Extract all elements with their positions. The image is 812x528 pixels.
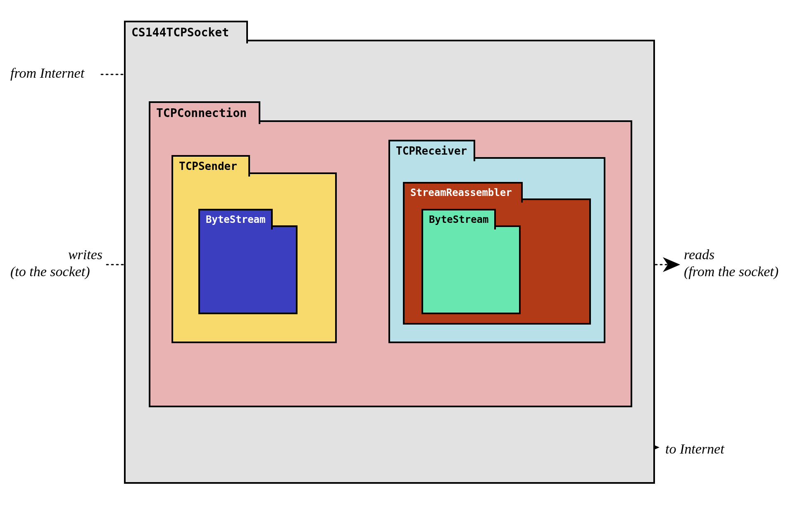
label-from-internet: from Internet xyxy=(10,65,84,81)
label-reads-sub: (from the socket) xyxy=(684,264,779,280)
label-writes-sub: (to the socket) xyxy=(10,264,90,280)
label-writes: writes xyxy=(53,247,102,263)
label-to-internet: to Internet xyxy=(665,441,724,457)
title-reassembler: StreamReassembler xyxy=(410,187,512,198)
label-reads: reads xyxy=(684,247,714,263)
title-sender: TCPSender xyxy=(179,160,237,172)
title-connection: TCPConnection xyxy=(156,106,247,120)
title-receiver: TCPReceiver xyxy=(396,145,467,157)
title-socket: CS144TCPSocket xyxy=(131,26,229,39)
title-bytestream-in: ByteStream xyxy=(429,214,489,225)
title-bytestream-out: ByteStream xyxy=(206,214,266,225)
